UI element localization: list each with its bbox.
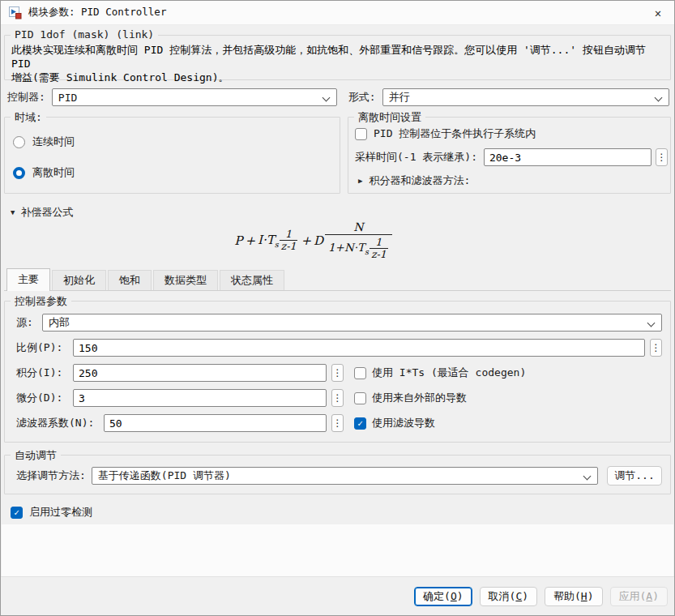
- derivative-input[interactable]: [73, 389, 327, 407]
- sample-time-input[interactable]: [484, 148, 652, 166]
- tuning-method-value: 基于传递函数(PID 调节器): [98, 468, 231, 483]
- collapse-arrow-icon: ▼: [11, 208, 15, 216]
- chevron-down-icon: [583, 473, 592, 481]
- integral-menu-button[interactable]: ⋮: [331, 364, 344, 382]
- derivative-menu-button[interactable]: ⋮: [331, 389, 344, 407]
- apply-button[interactable]: 应用(A): [610, 587, 668, 606]
- controller-parameters-group: 控制器参数 源: 内部 比例(P): ⋮ 积分(I): ⋮ 使用 I*Ts (最…: [4, 301, 671, 443]
- filter-menu-button[interactable]: ⋮: [331, 414, 344, 432]
- conditional-subsystem-label: PID 控制器位于条件执行子系统内: [374, 126, 536, 141]
- empty-panel: [2, 524, 673, 576]
- block-parameters-dialog: 模块参数: PID Controller ✕ PID 1dof (mask) (…: [0, 0, 675, 616]
- tab-data-types[interactable]: 数据类型: [153, 270, 218, 290]
- form-select[interactable]: 并行: [382, 88, 669, 106]
- use-its-checkbox[interactable]: [354, 367, 366, 379]
- filtered-derivative-label: 使用滤波导数: [372, 416, 435, 430]
- close-icon[interactable]: ✕: [642, 1, 674, 25]
- sample-time-row: 采样时间(-1 表示继承): ⋮: [348, 148, 670, 166]
- tuning-method-label: 选择调节方法:: [16, 468, 86, 483]
- title-bar: 模块参数: PID Controller ✕: [1, 1, 674, 25]
- autotune-group: 自动调节 选择调节方法: 基于传递函数(PID 调节器) 调节...: [4, 455, 671, 494]
- form-select-value: 并行: [389, 90, 410, 105]
- derivative-row: 微分(D): ⋮ 使用来自外部的导数: [16, 389, 662, 407]
- tab-main[interactable]: 主要: [6, 268, 50, 291]
- formula-section-title: 补偿器公式: [20, 205, 73, 220]
- tune-button[interactable]: 调节...: [607, 466, 662, 486]
- compensator-formula: P + I·Ts 1 z-1 + D N 1+N·Ts 1 z-1: [4, 220, 622, 261]
- proportional-menu-button[interactable]: ⋮: [650, 339, 662, 357]
- source-label: 源:: [16, 315, 37, 330]
- discrete-settings-group: 离散时间设置 PID 控制器位于条件执行子系统内 采样时间(-1 表示继承): …: [348, 117, 671, 194]
- external-derivative-checkbox[interactable]: [354, 392, 366, 404]
- time-domain-discrete-row: 时域: 连续时间 离散时间 离散时间设置 PID 控制器位于条件执行子系统内 采…: [4, 117, 671, 194]
- discrete-settings-title: 离散时间设置: [354, 110, 425, 125]
- proportional-input[interactable]: [73, 339, 645, 357]
- mask-description: 此模块实现连续和离散时间 PID 控制算法，并包括高级功能，如抗饱和、外部重置和…: [5, 36, 670, 84]
- integral-row: 积分(I): ⋮ 使用 I*Ts (最适合 codegen): [16, 364, 662, 382]
- controller-select[interactable]: PID: [52, 88, 337, 106]
- filter-coefficient-row: 滤波器系数(N): ⋮ ✓ 使用滤波导数: [16, 414, 662, 432]
- integral-label: 积分(I):: [16, 366, 68, 380]
- ok-button[interactable]: 确定(O): [414, 587, 472, 606]
- mask-group-title: PID 1dof (mask) (link): [11, 28, 158, 41]
- formula-expander[interactable]: ▼ 补偿器公式: [4, 201, 671, 220]
- continuous-time-option[interactable]: 连续时间: [5, 135, 340, 149]
- dialog-content: PID 1dof (mask) (link) 此模块实现连续和离散时间 PID …: [1, 25, 674, 520]
- form-label: 形式:: [348, 90, 376, 105]
- integral-input[interactable]: [73, 364, 327, 382]
- autotune-title: 自动调节: [11, 448, 61, 463]
- time-domain-group: 时域: 连续时间 离散时间: [4, 117, 340, 194]
- compensator-formula-section: ▼ 补偿器公式 P + I·Ts 1 z-1 + D N 1+N·Ts: [4, 201, 671, 266]
- fraction: 1 z-1: [280, 229, 298, 253]
- mask-description-group: PID 1dof (mask) (link) 此模块实现连续和离散时间 PID …: [4, 35, 671, 80]
- time-domain-title: 时域:: [11, 110, 46, 125]
- sample-time-label: 采样时间(-1 表示继承):: [355, 150, 477, 165]
- button-bar: 确定(O) 取消(C) 帮助(H) 应用(A): [1, 576, 674, 615]
- proportional-row: 比例(P): ⋮: [16, 339, 662, 357]
- filter-coefficient-input[interactable]: [104, 414, 327, 432]
- external-derivative-label: 使用来自外部的导数: [372, 391, 467, 405]
- proportional-label: 比例(P):: [16, 340, 68, 355]
- source-row: 源: 内部: [16, 314, 662, 332]
- integrator-expander[interactable]: ▶ 积分器和滤波器方法:: [348, 173, 670, 188]
- filtered-derivative-checkbox[interactable]: ✓: [354, 417, 366, 430]
- check-icon: ✓: [357, 419, 363, 428]
- sample-time-menu-button[interactable]: ⋮: [656, 148, 668, 166]
- discrete-time-label: 离散时间: [32, 165, 75, 180]
- derivative-label: 微分(D):: [16, 391, 68, 405]
- source-select[interactable]: 内部: [42, 314, 662, 332]
- tuning-method-select[interactable]: 基于传递函数(PID 调节器): [92, 467, 598, 485]
- use-its-label: 使用 I*Ts (最适合 codegen): [372, 366, 526, 380]
- radio-selected-icon[interactable]: [13, 167, 25, 179]
- conditional-subsystem-row: PID 控制器位于条件执行子系统内: [348, 126, 670, 141]
- source-select-value: 内部: [49, 315, 70, 330]
- check-icon: ✓: [14, 508, 19, 517]
- chevron-down-icon: [322, 94, 330, 102]
- help-button[interactable]: 帮助(H): [545, 587, 602, 606]
- continuous-time-label: 连续时间: [32, 135, 75, 149]
- controller-parameters-title: 控制器参数: [11, 294, 71, 309]
- tab-saturation[interactable]: 饱和: [108, 270, 152, 290]
- cancel-button[interactable]: 取消(C): [480, 587, 537, 606]
- tab-initialization[interactable]: 初始化: [52, 270, 106, 290]
- controller-label: 控制器:: [7, 90, 45, 105]
- window-title: 模块参数: PID Controller: [28, 6, 166, 19]
- controller-form-row: 控制器: PID 形式: 并行: [4, 88, 671, 106]
- tuning-method-row: 选择调节方法: 基于传递函数(PID 调节器) 调节...: [16, 466, 662, 486]
- zero-crossing-checkbox[interactable]: ✓: [11, 507, 23, 519]
- chevron-down-icon: [655, 94, 663, 102]
- fraction: N 1+N·Ts 1 z-1: [325, 220, 392, 261]
- zero-crossing-row: ✓ 启用过零检测: [4, 505, 671, 520]
- conditional-subsystem-checkbox[interactable]: [355, 128, 367, 140]
- expand-arrow-icon: ▶: [358, 177, 362, 185]
- controller-select-value: PID: [58, 92, 77, 104]
- simulink-block-icon: [9, 6, 22, 19]
- discrete-time-option[interactable]: 离散时间: [5, 165, 340, 180]
- filter-coefficient-label: 滤波器系数(N):: [16, 416, 99, 430]
- zero-crossing-label: 启用过零检测: [29, 505, 92, 520]
- tab-bar: 主要 初始化 饱和 数据类型 状态属性: [4, 268, 671, 291]
- tab-state-attributes[interactable]: 状态属性: [220, 270, 284, 290]
- chevron-down-icon: [647, 319, 656, 327]
- integrator-expander-label: 积分器和滤波器方法:: [369, 173, 470, 188]
- radio-unselected-icon[interactable]: [13, 136, 25, 148]
